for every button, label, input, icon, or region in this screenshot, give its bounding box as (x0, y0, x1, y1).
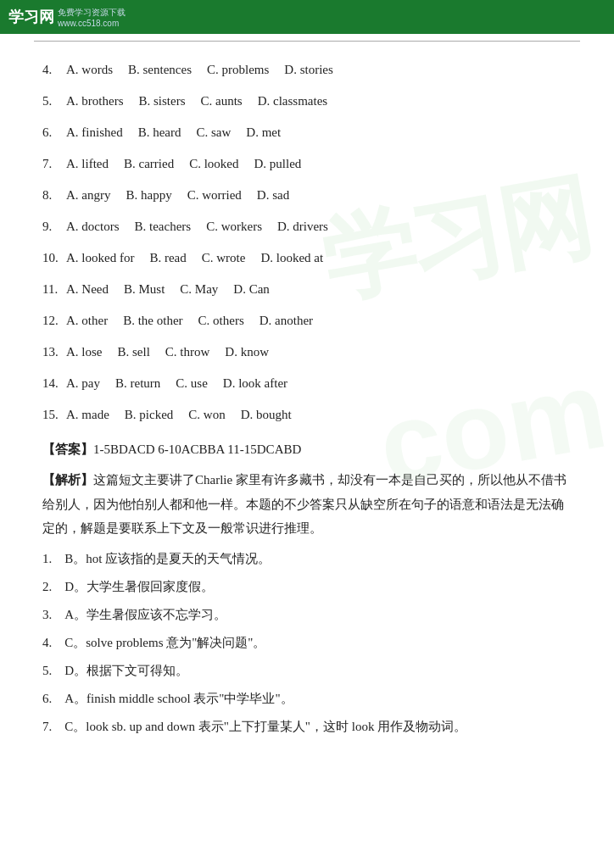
option-2: C. worried (187, 184, 242, 207)
answers-block: 【答案】1-5BDACD 6-10ACBBA 11-15DCABD (42, 438, 572, 461)
q-num: 13. (42, 341, 66, 364)
option-3: D. stories (284, 58, 333, 81)
q-num: 11. (42, 278, 66, 301)
q-num: 8. (42, 184, 66, 207)
q-num: 6. (42, 121, 66, 144)
q-num: 7. (42, 153, 66, 175)
option-3: D. met (246, 121, 281, 144)
option-1: B. happy (126, 184, 172, 207)
q-num: 10. (42, 247, 66, 270)
question-row-13: 13.A. loseB. sellC. throwD. know (42, 341, 572, 364)
analysis-intro: 这篇短文主要讲了Charlie 家里有许多藏书，却没有一本是自己买的，所以他从不… (42, 473, 567, 535)
option-0: A. finished (66, 121, 123, 144)
option-1: B. carried (124, 153, 174, 175)
option-0: A. angry (66, 184, 111, 207)
questions-container: 4.A. wordsB. sentencesC. problemsD. stor… (42, 58, 572, 426)
option-3: D. drivers (277, 215, 328, 238)
option-3: D. sad (257, 184, 289, 207)
question-row-11: 11.A. NeedB. MustC. MayD. Can (42, 278, 572, 301)
option-0: A. lifted (66, 153, 109, 175)
option-3: D. classmates (258, 90, 327, 113)
option-1: B. picked (125, 403, 174, 426)
question-row-5: 5.A. brothersB. sistersC. auntsD. classm… (42, 90, 572, 113)
analysis-item-3: 3. A。学生暑假应该不忘学习。 (42, 604, 572, 626)
option-3: D. another (260, 309, 313, 332)
option-0: A. made (66, 403, 109, 426)
header: 学习网 免费学习资源下载 www.cc518.com (0, 0, 614, 34)
option-2: C. looked (189, 153, 238, 175)
analysis-item-4: 4. C。solve problems 意为"解决问题"。 (42, 632, 572, 654)
option-0: A. pay (66, 372, 100, 395)
question-row-6: 6.A. finishedB. heardC. sawD. met (42, 121, 572, 144)
option-2: C. workers (206, 215, 262, 238)
logo-sub: 免费学习资源下载 www.cc518.com (58, 7, 126, 28)
analysis-item-2: 2. D。大学生暑假回家度假。 (42, 576, 572, 598)
option-1: B. teachers (135, 215, 192, 238)
option-2: C. won (188, 403, 225, 426)
question-row-4: 4.A. wordsB. sentencesC. problemsD. stor… (42, 58, 572, 81)
option-2: C. saw (197, 121, 232, 144)
analysis-item-7: 7. C。look sb. up and down 表示"上下打量某人"，这时 … (42, 715, 572, 738)
option-1: B. sell (118, 341, 150, 364)
analysis-item-1: 1. B。hot 应该指的是夏天的天气情况。 (42, 548, 572, 570)
option-3: D. Can (233, 278, 270, 301)
question-row-15: 15.A. madeB. pickedC. wonD. bought (42, 403, 572, 426)
logo-main: 学习网 (8, 7, 54, 27)
option-2: C. problems (207, 58, 269, 81)
question-row-9: 9.A. doctorsB. teachersC. workersD. driv… (42, 215, 572, 238)
option-3: D. look after (223, 372, 287, 395)
q-num: 15. (42, 403, 66, 426)
main-content: 学习网 com 4.A. wordsB. sentencesC. problem… (0, 42, 614, 760)
analysis-item-6: 6. A。finish middle school 表示"中学毕业"。 (42, 687, 572, 710)
option-1: B. the other (123, 309, 182, 332)
analysis-items-container: 1. B。hot 应该指的是夏天的天气情况。2. D。大学生暑假回家度假。3. … (42, 548, 572, 738)
q-num: 14. (42, 372, 66, 395)
q-num: 5. (42, 90, 66, 113)
question-row-14: 14.A. payB. returnC. useD. look after (42, 372, 572, 395)
option-0: A. Need (66, 278, 109, 301)
question-row-8: 8.A. angryB. happyC. worriedD. sad (42, 184, 572, 207)
question-row-10: 10.A. looked forB. readC. wroteD. looked… (42, 247, 572, 270)
option-2: C. others (198, 309, 244, 332)
q-num: 4. (42, 58, 66, 81)
analysis-item-5: 5. D。根据下文可得知。 (42, 659, 572, 682)
analysis-label: 【解析】 (42, 473, 93, 487)
option-3: D. pulled (254, 153, 301, 175)
option-2: C. wrote (202, 247, 246, 270)
option-2: C. use (176, 372, 208, 395)
option-0: A. looked for (66, 247, 134, 270)
option-2: C. aunts (201, 90, 243, 113)
q-num: 12. (42, 309, 66, 332)
option-1: B. return (115, 372, 160, 395)
option-1: B. Must (124, 278, 165, 301)
option-0: A. other (66, 309, 108, 332)
option-2: C. throw (165, 341, 210, 364)
option-2: C. May (180, 278, 218, 301)
question-row-12: 12.A. otherB. the otherC. othersD. anoth… (42, 309, 572, 332)
option-0: A. brothers (66, 90, 124, 113)
q-num: 9. (42, 215, 66, 238)
analysis-block: 【解析】这篇短文主要讲了Charlie 家里有许多藏书，却没有一本是自己买的，所… (42, 468, 572, 541)
option-1: B. heard (138, 121, 181, 144)
answers-text: 1-5BDACD 6-10ACBBA 11-15DCABD (93, 442, 301, 456)
answers-label: 【答案】 (42, 442, 93, 456)
option-3: D. know (225, 341, 269, 364)
option-1: B. sisters (139, 90, 186, 113)
option-0: A. lose (66, 341, 103, 364)
option-1: B. sentences (128, 58, 192, 81)
question-row-7: 7.A. liftedB. carriedC. lookedD. pulled (42, 153, 572, 175)
option-1: B. read (149, 247, 186, 270)
option-3: D. bought (241, 403, 292, 426)
option-3: D. looked at (260, 247, 323, 270)
option-0: A. words (66, 58, 113, 81)
option-0: A. doctors (66, 215, 120, 238)
